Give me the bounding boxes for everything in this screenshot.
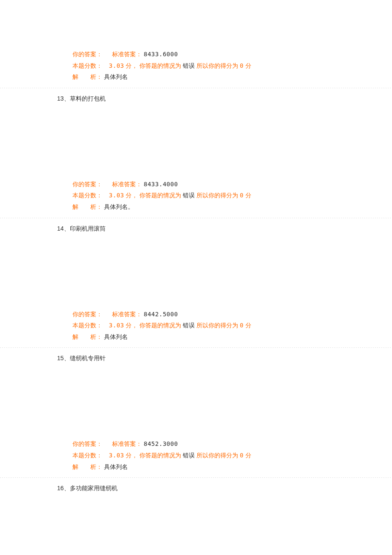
your-answer-label: 你的答案：	[72, 311, 102, 318]
score-unit: 分，	[126, 452, 138, 459]
status-prefix: 你答题的情况为	[139, 452, 181, 459]
answer-section: 你的答案： 标准答案： 8433.4000 本题分数： 3.03 分， 你答题的…	[0, 176, 392, 215]
question-row: 16、多功能家用缝纫机	[0, 480, 392, 555]
earned-value: 0	[240, 322, 244, 329]
divider	[0, 347, 392, 348]
standard-answer-value: 8452.3000	[144, 440, 178, 447]
score-unit: 分，	[126, 62, 138, 69]
question-text: 印刷机用滚筒	[70, 225, 106, 232]
divider	[0, 218, 392, 218]
question-number: 14	[57, 225, 64, 232]
qa-block: 你的答案： 标准答案： 8452.3000 本题分数： 3.03 分， 你答题的…	[0, 436, 392, 555]
standard-answer-label: 标准答案：	[112, 51, 142, 58]
question-text: 多功能家用缝纫机	[70, 485, 118, 491]
standard-answer-label: 标准答案：	[112, 311, 142, 318]
question-separator: 、	[64, 95, 70, 102]
answer-section: 你的答案： 标准答案： 8452.3000 本题分数： 3.03 分， 你答题的…	[0, 436, 392, 475]
score-value: 3.03	[109, 322, 124, 329]
analysis-value: 具体列名	[104, 333, 128, 340]
analysis-row: 解 析： 具体列名	[72, 331, 392, 343]
score-prefix: 本题分数：	[72, 62, 102, 69]
analysis-value: 具体列名。	[104, 203, 134, 210]
question-separator: 、	[64, 485, 70, 491]
score-value: 3.03	[109, 192, 124, 199]
question-separator: 、	[64, 225, 70, 232]
analysis-label: 解 析：	[72, 73, 102, 80]
your-answer-label: 你的答案：	[72, 440, 102, 447]
score-value: 3.03	[109, 452, 124, 459]
question-number: 13	[57, 95, 64, 102]
qa-block: 你的答案： 标准答案： 8442.5000 本题分数： 3.03 分， 你答题的…	[0, 306, 392, 436]
answer-section: 你的答案： 标准答案： 8433.6000 本题分数： 3.03 分， 你答题的…	[0, 46, 392, 85]
top-spacer	[0, 0, 392, 46]
tail-unit: 分	[245, 192, 251, 199]
earned-value: 0	[240, 192, 244, 199]
status-value: 错误	[183, 322, 195, 329]
tail-unit: 分	[245, 322, 251, 329]
status-value: 错误	[183, 452, 195, 459]
analysis-row: 解 析： 具体列名。	[72, 201, 392, 213]
answer-section: 你的答案： 标准答案： 8442.5000 本题分数： 3.03 分， 你答题的…	[0, 306, 392, 345]
tail-prefix: 所以你的得分为	[196, 322, 238, 329]
tail-prefix: 所以你的得分为	[196, 192, 238, 199]
divider	[0, 88, 392, 88]
status-value: 错误	[183, 62, 195, 69]
status-prefix: 你答题的情况为	[139, 192, 181, 199]
score-value: 3.03	[109, 62, 124, 69]
question-text: 草料的打包机	[70, 95, 106, 102]
document-root: 你的答案： 标准答案： 8433.6000 本题分数： 3.03 分， 你答题的…	[0, 0, 392, 555]
standard-answer-value: 8433.6000	[144, 51, 178, 58]
your-answer-label: 你的答案：	[72, 51, 102, 58]
status-value: 错误	[183, 192, 195, 199]
divider	[0, 477, 392, 478]
score-prefix: 本题分数：	[72, 192, 102, 199]
score-row: 本题分数： 3.03 分， 你答题的情况为 错误 所以你的得分为 0 分	[72, 450, 392, 461]
your-answer-label: 你的答案：	[72, 181, 102, 188]
tail-prefix: 所以你的得分为	[196, 62, 238, 69]
standard-answer-label: 标准答案：	[112, 440, 142, 447]
score-prefix: 本题分数：	[72, 452, 102, 459]
question-number: 16	[57, 485, 64, 491]
analysis-label: 解 析：	[72, 203, 102, 210]
tail-unit: 分	[245, 62, 251, 69]
analysis-value: 具体列名	[104, 73, 128, 80]
analysis-row: 解 析： 具体列名	[72, 461, 392, 473]
standard-answer-value: 8442.5000	[144, 311, 178, 318]
analysis-value: 具体列名	[104, 463, 128, 470]
answer-row: 你的答案： 标准答案： 8452.3000	[72, 438, 392, 450]
answer-row: 你的答案： 标准答案： 8433.6000	[72, 49, 392, 60]
earned-value: 0	[240, 452, 244, 459]
score-unit: 分，	[126, 322, 138, 329]
question-number: 15	[57, 355, 64, 361]
question-row: 15、缝纫机专用针	[0, 350, 392, 436]
score-prefix: 本题分数：	[72, 322, 102, 329]
qa-block: 你的答案： 标准答案： 8433.4000 本题分数： 3.03 分， 你答题的…	[0, 176, 392, 306]
question-separator: 、	[64, 355, 70, 361]
status-prefix: 你答题的情况为	[139, 322, 181, 329]
status-prefix: 你答题的情况为	[139, 62, 181, 69]
analysis-label: 解 析：	[72, 333, 102, 340]
analysis-label: 解 析：	[72, 463, 102, 470]
analysis-row: 解 析： 具体列名	[72, 71, 392, 83]
earned-value: 0	[240, 62, 244, 69]
score-unit: 分，	[126, 192, 138, 199]
question-row: 13、草料的打包机	[0, 91, 392, 176]
score-row: 本题分数： 3.03 分， 你答题的情况为 错误 所以你的得分为 0 分	[72, 60, 392, 72]
question-row: 14、印刷机用滚筒	[0, 221, 392, 306]
score-row: 本题分数： 3.03 分， 你答题的情况为 错误 所以你的得分为 0 分	[72, 190, 392, 201]
standard-answer-value: 8433.4000	[144, 181, 178, 188]
qa-block: 你的答案： 标准答案： 8433.6000 本题分数： 3.03 分， 你答题的…	[0, 46, 392, 176]
standard-answer-label: 标准答案：	[112, 181, 142, 188]
answer-row: 你的答案： 标准答案： 8433.4000	[72, 179, 392, 190]
score-row: 本题分数： 3.03 分， 你答题的情况为 错误 所以你的得分为 0 分	[72, 320, 392, 331]
answer-row: 你的答案： 标准答案： 8442.5000	[72, 309, 392, 320]
question-text: 缝纫机专用针	[70, 355, 106, 361]
tail-unit: 分	[245, 452, 251, 459]
tail-prefix: 所以你的得分为	[196, 452, 238, 459]
